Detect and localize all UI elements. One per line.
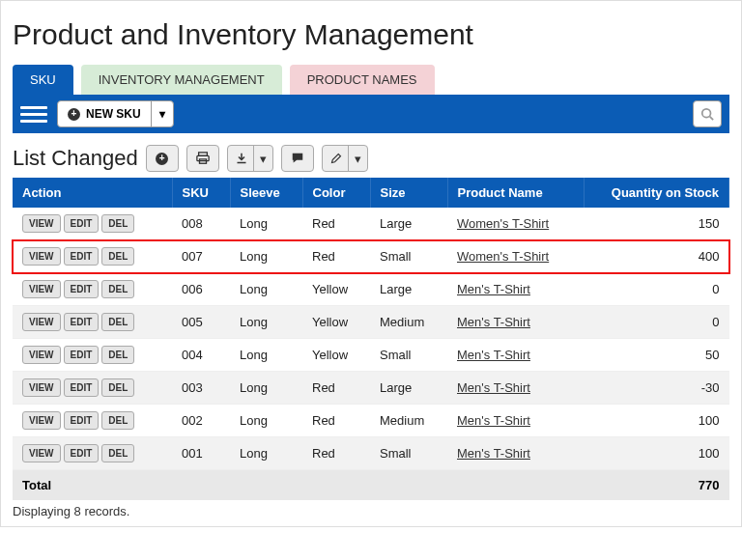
delete-button[interactable]: DEL xyxy=(101,444,134,462)
cell-color: Red xyxy=(302,405,370,437)
col-size: Size xyxy=(370,178,447,208)
svg-rect-3 xyxy=(197,155,209,160)
table-row: VIEWEDITDEL004LongYellowSmallMen's T-Shi… xyxy=(13,339,729,372)
edit-button[interactable]: EDIT xyxy=(64,411,100,430)
list-heading: List Changed xyxy=(13,146,138,171)
status-text: Displaying 8 records. xyxy=(13,504,729,518)
cell-size: Large xyxy=(370,372,447,405)
tab-product-names[interactable]: PRODUCT NAMES xyxy=(290,65,435,95)
table-row: VIEWEDITDEL002LongRedMediumMen's T-Shirt… xyxy=(13,405,729,437)
view-button[interactable]: VIEW xyxy=(22,214,61,233)
tab-bar: SKU INVENTORY MANAGEMENT PRODUCT NAMES xyxy=(13,65,729,95)
cell-sku: 006 xyxy=(172,273,230,306)
cell-color: Red xyxy=(302,437,370,470)
cell-sleeve: Long xyxy=(230,240,302,273)
cell-sleeve: Long xyxy=(230,273,302,306)
table-row: VIEWEDITDEL008LongRedLargeWomen's T-Shir… xyxy=(13,208,729,240)
cell-color: Red xyxy=(302,240,370,273)
cell-sku: 008 xyxy=(172,208,230,240)
view-button[interactable]: VIEW xyxy=(22,247,61,266)
product-link[interactable]: Women's T-Shirt xyxy=(457,249,549,264)
edit-button[interactable]: EDIT xyxy=(64,378,100,397)
cell-sku: 003 xyxy=(172,372,230,405)
table-row: VIEWEDITDEL001LongRedSmallMen's T-Shirt1… xyxy=(13,437,729,470)
cell-sku: 005 xyxy=(172,306,230,339)
view-button[interactable]: VIEW xyxy=(22,313,61,331)
tab-sku[interactable]: SKU xyxy=(13,65,73,95)
primary-toolbar: + NEW SKU ▾ xyxy=(13,95,729,133)
cell-color: Yellow xyxy=(302,339,370,372)
view-button[interactable]: VIEW xyxy=(22,411,61,430)
cell-sku: 001 xyxy=(172,437,230,470)
product-link[interactable]: Men's T-Shirt xyxy=(457,282,530,296)
edit-button[interactable]: EDIT xyxy=(64,280,100,298)
product-link[interactable]: Men's T-Shirt xyxy=(457,348,530,362)
svg-point-0 xyxy=(702,109,711,118)
print-button[interactable] xyxy=(186,145,219,172)
new-sku-dropdown[interactable]: ▾ xyxy=(151,101,173,126)
table-row: VIEWEDITDEL007LongRedSmallWomen's T-Shir… xyxy=(13,240,729,273)
delete-button[interactable]: DEL xyxy=(101,313,134,331)
download-dropdown[interactable]: ▾ xyxy=(253,146,272,171)
product-link[interactable]: Men's T-Shirt xyxy=(457,315,530,329)
cell-size: Small xyxy=(370,339,447,372)
new-sku-label: NEW SKU xyxy=(86,107,141,121)
cell-size: Large xyxy=(370,273,447,306)
view-button[interactable]: VIEW xyxy=(22,444,61,462)
cell-sleeve: Long xyxy=(230,437,302,470)
delete-button[interactable]: DEL xyxy=(101,280,134,298)
table-row: VIEWEDITDEL005LongYellowMediumMen's T-Sh… xyxy=(13,306,729,339)
cell-sku: 007 xyxy=(172,240,230,273)
delete-button[interactable]: DEL xyxy=(101,346,134,364)
menu-icon[interactable] xyxy=(20,101,47,126)
edit-button[interactable]: EDIT xyxy=(64,346,100,364)
comment-button[interactable] xyxy=(281,145,314,172)
cell-sleeve: Long xyxy=(230,339,302,372)
cell-size: Small xyxy=(370,437,447,470)
delete-button[interactable]: DEL xyxy=(101,411,134,430)
delete-button[interactable]: DEL xyxy=(101,378,134,397)
download-button[interactable]: ▾ xyxy=(227,145,273,172)
view-button[interactable]: VIEW xyxy=(22,378,61,397)
cell-quantity: 50 xyxy=(585,339,729,372)
view-button[interactable]: VIEW xyxy=(22,280,61,298)
cell-color: Yellow xyxy=(302,273,370,306)
download-icon xyxy=(236,153,247,164)
cell-color: Red xyxy=(302,208,370,240)
plus-icon: + xyxy=(156,153,168,165)
cell-sku: 004 xyxy=(172,339,230,372)
edit-list-dropdown[interactable]: ▾ xyxy=(348,146,367,171)
table-row: VIEWEDITDEL003LongRedLargeMen's T-Shirt-… xyxy=(13,372,729,405)
total-quantity: 770 xyxy=(585,470,729,501)
edit-button[interactable]: EDIT xyxy=(64,247,100,266)
product-link[interactable]: Men's T-Shirt xyxy=(457,413,530,428)
col-product-name: Product Name xyxy=(447,178,585,208)
col-color: Color xyxy=(302,178,370,208)
product-link[interactable]: Men's T-Shirt xyxy=(457,380,530,395)
cell-quantity: 400 xyxy=(585,240,729,273)
product-link[interactable]: Women's T-Shirt xyxy=(457,216,549,231)
search-button[interactable] xyxy=(693,100,722,127)
new-sku-button[interactable]: + NEW SKU ▾ xyxy=(57,100,174,127)
edit-button[interactable]: EDIT xyxy=(64,444,100,462)
view-button[interactable]: VIEW xyxy=(22,346,61,364)
add-button[interactable]: + xyxy=(146,145,179,172)
cell-sleeve: Long xyxy=(230,306,302,339)
delete-button[interactable]: DEL xyxy=(101,247,134,266)
edit-button[interactable]: EDIT xyxy=(64,313,100,331)
delete-button[interactable]: DEL xyxy=(101,214,134,233)
cell-color: Red xyxy=(302,372,370,405)
col-action: Action xyxy=(13,178,172,208)
cell-size: Medium xyxy=(370,405,447,437)
cell-quantity: 0 xyxy=(585,306,729,339)
edit-button[interactable]: EDIT xyxy=(64,214,100,233)
cell-quantity: 150 xyxy=(585,208,729,240)
cell-sleeve: Long xyxy=(230,208,302,240)
cell-quantity: 0 xyxy=(585,273,729,306)
cell-size: Medium xyxy=(370,306,447,339)
tab-inventory-management[interactable]: INVENTORY MANAGEMENT xyxy=(81,65,282,95)
cell-color: Yellow xyxy=(302,306,370,339)
product-link[interactable]: Men's T-Shirt xyxy=(457,446,530,461)
cell-size: Large xyxy=(370,208,447,240)
edit-list-button[interactable]: ▾ xyxy=(322,145,368,172)
